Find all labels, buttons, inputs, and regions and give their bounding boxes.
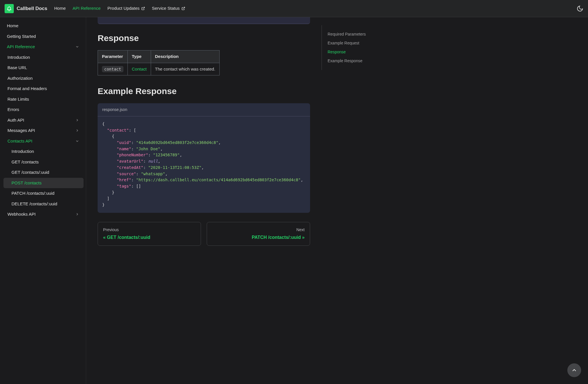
nav-links: Home API Reference Product Updates Servi…: [54, 5, 185, 12]
code-token: [102, 153, 117, 157]
nav-product-updates-label: Product Updates: [107, 5, 140, 12]
pagination-next[interactable]: Next PATCH /contacts/:uuid »: [207, 222, 310, 246]
sidebar-item-label: Introduction: [7, 54, 30, 61]
sidebar-item-label: Introduction: [11, 148, 34, 155]
code-token: : [: [129, 128, 136, 132]
sidebar-item-label: Format and Headers: [7, 85, 47, 92]
code-token: [102, 147, 117, 151]
toc-example-response[interactable]: Example Response: [328, 56, 392, 65]
th-type: Type: [128, 50, 151, 63]
logo-container[interactable]: Callbell Docs: [5, 4, 47, 13]
external-link-icon: [141, 7, 145, 10]
td-description: The contact which was created.: [151, 63, 219, 75]
sidebar-messages-api[interactable]: Messages API: [3, 125, 84, 136]
th-parameter: Parameter: [98, 50, 128, 63]
code-token: [102, 159, 117, 163]
code-token: {: [102, 122, 105, 126]
sidebar-auth-api[interactable]: Auth API: [3, 115, 84, 126]
sidebar-post-contacts[interactable]: POST /contacts: [3, 178, 84, 188]
chevron-right-icon: [74, 211, 80, 217]
toc-response[interactable]: Response: [328, 48, 392, 56]
sidebar-home-label: Home: [7, 23, 18, 29]
sidebar-home[interactable]: Home: [3, 21, 84, 31]
sidebar-item-label: GET /contacts: [11, 159, 39, 165]
sidebar-webhooks-api[interactable]: Webhooks API: [3, 209, 84, 220]
toc-required-params[interactable]: Required Parameters: [328, 30, 392, 39]
sidebar-base-url[interactable]: Base URL: [3, 63, 84, 73]
sidebar-item-label: Errors: [7, 106, 19, 113]
scroll-to-top-button[interactable]: [567, 363, 581, 377]
example-response-heading: Example Response: [98, 85, 310, 98]
nav-product-updates[interactable]: Product Updates: [107, 5, 145, 12]
sidebar-item-label: Authorization: [7, 75, 33, 82]
code-token: "createdAt": [117, 165, 144, 170]
layout: Home Getting Started API Reference Intro…: [0, 17, 588, 384]
sidebar-item-label: POST /contacts: [11, 180, 42, 186]
prev-label: Previous: [103, 227, 119, 233]
code-token: :: [143, 165, 148, 170]
type-link[interactable]: Contact: [132, 67, 147, 71]
code-response-block: response.json { "contact": [ { "uuid": "…: [98, 103, 310, 213]
response-table: Parameter Type Description contact Conta…: [98, 50, 220, 75]
sidebar-format-headers[interactable]: Format and Headers: [3, 83, 84, 94]
sidebar-delete-contacts-uuid[interactable]: DELETE /contacts/:uuid: [3, 199, 84, 209]
sidebar-api-reference-label: API Reference: [7, 44, 35, 50]
code-token: "tags": [117, 184, 131, 188]
code-token: "123456789": [153, 153, 180, 157]
sidebar-item-label: Rate Limits: [7, 96, 29, 103]
next-label: Next: [296, 227, 305, 233]
code-token: ,: [202, 165, 204, 170]
sidebar-get-contacts-uuid[interactable]: GET /contacts/:uuid: [3, 167, 84, 178]
navbar: Callbell Docs Home API Reference Product…: [0, 0, 588, 17]
toc-example-request[interactable]: Example Request: [328, 39, 392, 48]
pagination-prev[interactable]: Previous « GET /contacts/:uuid: [98, 222, 201, 246]
sidebar-getting-started[interactable]: Getting Started: [3, 31, 84, 42]
sidebar-item-label: Webhooks API: [7, 211, 36, 218]
sidebar-contacts-intro[interactable]: Introduction: [3, 146, 84, 157]
code-token: :: [143, 159, 148, 163]
code-token: ]: [102, 196, 109, 201]
nav-api-reference[interactable]: API Reference: [73, 5, 101, 12]
sidebar-errors[interactable]: Errors: [3, 104, 84, 115]
td-type: Contact: [128, 63, 151, 75]
code-token: "name": [117, 147, 131, 151]
theme-toggle[interactable]: [577, 5, 583, 12]
sidebar-item-label: PATCH /contacts/:uuid: [11, 190, 55, 197]
code-token: }: [102, 202, 105, 207]
code-token: ,: [180, 153, 182, 157]
sidebar-rate-limits[interactable]: Rate Limits: [3, 94, 84, 105]
nav-service-status[interactable]: Service Status: [152, 5, 185, 12]
sidebar-api-reference[interactable]: API Reference: [3, 42, 84, 52]
code-token: "whatsapp": [141, 171, 165, 176]
sidebar-item-label: Base URL: [7, 65, 27, 71]
code-token: "source": [117, 171, 136, 176]
sidebar-introduction[interactable]: Introduction: [3, 52, 84, 63]
sidebar-contacts-api[interactable]: Contacts API: [3, 136, 84, 147]
sidebar-item-label: Auth API: [7, 117, 24, 124]
code-token: "John Doe": [136, 147, 160, 151]
sidebar: Home Getting Started API Reference Intro…: [0, 17, 86, 384]
sidebar-patch-contacts-uuid[interactable]: PATCH /contacts/:uuid: [3, 188, 84, 199]
code-token: [102, 165, 117, 170]
code-token: ,: [160, 147, 163, 151]
code-token: [102, 178, 117, 182]
navbar-left: Callbell Docs Home API Reference Product…: [5, 4, 185, 13]
sidebar-item-label: GET /contacts/:uuid: [11, 169, 49, 176]
nav-service-status-label: Service Status: [152, 5, 180, 12]
sidebar-get-contacts[interactable]: GET /contacts: [3, 157, 84, 167]
code-token: [102, 184, 117, 188]
table-row: contact Contact The contact which was cr…: [98, 63, 220, 75]
chevron-right-icon: [74, 117, 80, 123]
code-token: }: [102, 190, 114, 195]
code-token: ,: [218, 140, 221, 145]
chevron-up-icon: [571, 367, 577, 373]
code-token: null: [148, 159, 158, 163]
logo-icon: [5, 4, 14, 13]
code-token: :: [136, 171, 141, 176]
code-token: "href": [117, 178, 131, 182]
code-token: :: [131, 178, 136, 182]
external-link-icon: [181, 7, 185, 10]
nav-home[interactable]: Home: [54, 5, 66, 12]
sidebar-authorization[interactable]: Authorization: [3, 73, 84, 84]
sidebar-item-label: DELETE /contacts/:uuid: [11, 201, 57, 207]
